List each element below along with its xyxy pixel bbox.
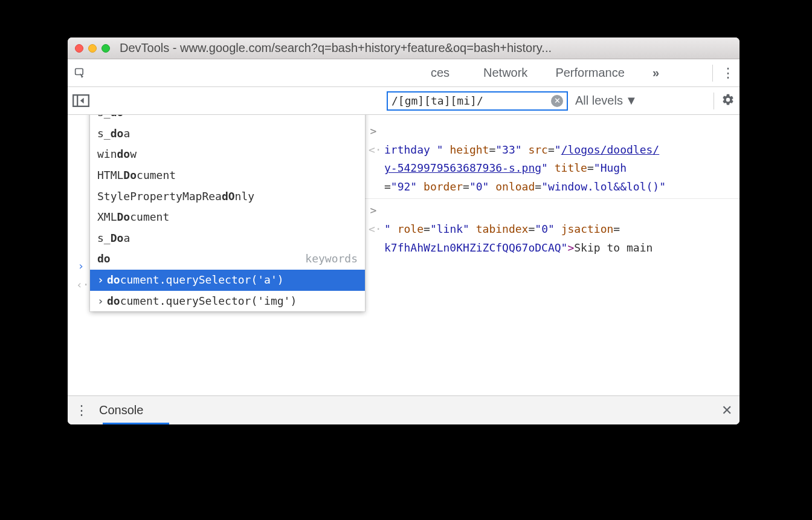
autocomplete-item[interactable]: s_do — [90, 115, 365, 123]
autocomplete-item[interactable]: ›document.querySelector('a') — [90, 270, 365, 291]
close-window-button[interactable] — [75, 44, 83, 53]
log-content: ="92" border="0" onload="window.lol&&lol… — [384, 178, 731, 197]
minimize-window-button[interactable] — [88, 44, 97, 53]
autocomplete-item[interactable]: s_doa — [90, 123, 365, 145]
log-gutter: > — [369, 201, 378, 220]
separator — [714, 93, 714, 109]
drawer-tab-indicator — [103, 423, 169, 424]
settings-menu-icon[interactable]: ⋮ — [721, 65, 735, 81]
result-chevron-icon: ‹· — [76, 276, 86, 294]
console-sidebar-toggle-icon[interactable] — [72, 94, 89, 108]
titlebar: DevTools - www.google.com/search?q=bash+… — [68, 37, 740, 59]
devtools-window: DevTools - www.google.com/search?q=bash+… — [68, 37, 740, 424]
drawer-close-icon[interactable]: ✕ — [721, 403, 732, 418]
panel-tabs: ces Network Performance » ⋮ — [68, 59, 740, 87]
prompt-chevron-icon: › — [76, 257, 86, 276]
drawer: ⋮ Console ✕ — [68, 395, 740, 424]
log-gutter: <· — [369, 141, 378, 160]
drawer-menu-icon[interactable]: ⋮ — [75, 403, 88, 418]
clear-filter-icon[interactable]: ✕ — [551, 95, 563, 107]
log-row: <·irthday " height="33" src="/logos/dood… — [360, 141, 740, 160]
log-row: y-5429979563687936-s.png" title="Hugh — [360, 159, 740, 178]
autocomplete-item[interactable]: ›document.querySelector('img') — [90, 291, 365, 312]
console-body: onmousedownonpointerdowns_dos_doawindowH… — [68, 115, 740, 395]
settings-gear-icon[interactable] — [721, 93, 735, 109]
log-row: > — [360, 201, 740, 220]
autocomplete-item[interactable]: StylePropertyMapReadOnly — [90, 186, 365, 207]
autocomplete-popup: onmousedownonpointerdowns_dos_doawindowH… — [90, 115, 365, 311]
tabs-overflow-icon[interactable]: » — [652, 66, 659, 80]
tab-performance[interactable]: Performance — [555, 66, 625, 80]
log-separator — [360, 198, 740, 199]
log-content: k7fhAhWzLn0KHZiZCfQQ67oDCAQ">Skip to mai… — [384, 239, 731, 258]
drawer-tab-console[interactable]: Console — [99, 403, 143, 417]
inspect-element-icon[interactable] — [72, 65, 88, 81]
separator — [712, 65, 713, 82]
log-levels-dropdown[interactable]: All levels ▼ — [575, 94, 637, 108]
filter-text: /[gm][ta][mi]/ — [392, 94, 551, 107]
console-log: ><·irthday " height="33" src="/logos/doo… — [360, 122, 740, 257]
log-content: " role="link" tabindex="0" jsaction= — [384, 220, 731, 239]
autocomplete-item[interactable]: dokeywords — [90, 249, 365, 270]
autocomplete-item[interactable]: s_Doa — [90, 228, 365, 249]
window-title: DevTools - www.google.com/search?q=bash+… — [120, 41, 732, 55]
autocomplete-item[interactable]: XMLDocument — [90, 207, 365, 228]
svg-rect-0 — [76, 68, 83, 74]
log-content: irthday " height="33" src="/logos/doodle… — [384, 141, 731, 160]
autocomplete-item[interactable]: window — [90, 144, 365, 165]
log-row: ="92" border="0" onload="window.lol&&lol… — [360, 178, 740, 197]
console-filter-input[interactable]: /[gm][ta][mi]/ ✕ — [387, 91, 568, 111]
console-toolbar: /[gm][ta][mi]/ ✕ All levels ▼ — [68, 87, 740, 115]
traffic-lights — [75, 44, 110, 53]
tab-network[interactable]: Network — [483, 66, 527, 80]
log-row: > — [360, 122, 740, 141]
log-row: k7fhAhWzLn0KHZiZCfQQ67oDCAQ">Skip to mai… — [360, 239, 740, 258]
log-content: y-5429979563687936-s.png" title="Hugh — [384, 159, 731, 178]
log-gutter: <· — [369, 220, 378, 239]
log-gutter: > — [369, 122, 378, 141]
autocomplete-item[interactable]: HTMLDocument — [90, 165, 365, 186]
tab-sources-partial[interactable]: ces — [431, 66, 450, 80]
chevron-down-icon: ▼ — [625, 94, 637, 108]
log-row: <·" role="link" tabindex="0" jsaction= — [360, 220, 740, 239]
zoom-window-button[interactable] — [102, 44, 110, 53]
